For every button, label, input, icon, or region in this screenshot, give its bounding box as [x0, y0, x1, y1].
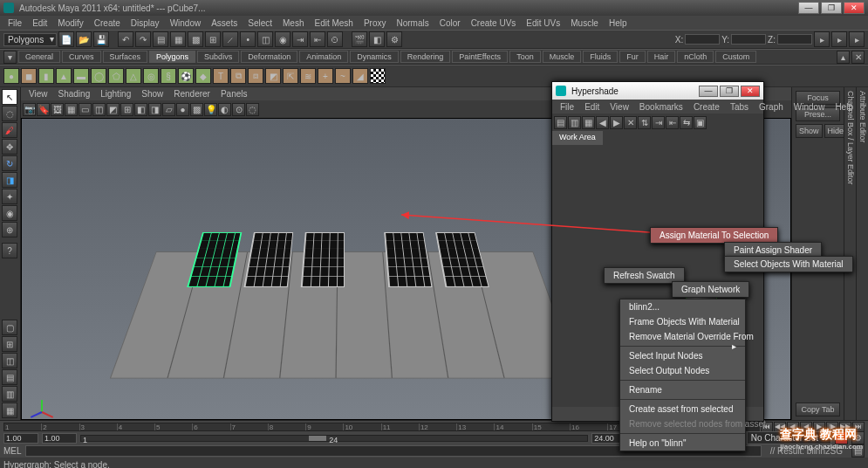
new-scene-icon[interactable]: 📄	[58, 31, 74, 47]
snap-plane-icon[interactable]: ◫	[257, 31, 273, 47]
rotate-tool-icon[interactable]: ↻	[2, 155, 17, 171]
hmenu-create[interactable]: Create	[689, 101, 724, 113]
ctx-select-input[interactable]: Select Input Nodes	[620, 348, 745, 363]
h-rearrange-icon[interactable]: ⇅	[638, 116, 651, 129]
h-container-icon[interactable]: ▣	[694, 116, 707, 129]
vp-field-chart-icon[interactable]: ⊞	[120, 103, 133, 116]
ctx-remove-override[interactable]: Remove Material Override From▸	[620, 329, 745, 344]
menu-help[interactable]: Help	[605, 17, 632, 29]
hypershade-pane-icon[interactable]: ▦	[2, 403, 17, 418]
snap-live-icon[interactable]: ◉	[275, 31, 290, 47]
extrude-icon[interactable]: ⇱	[283, 68, 298, 84]
poly-cone-icon[interactable]: ▲	[56, 68, 72, 84]
vp-menu-view[interactable]: View	[24, 89, 52, 99]
attribute-editor-tab[interactable]: Attribute Editor	[856, 87, 868, 420]
h-graph-io-icon[interactable]: ⇆	[680, 116, 693, 129]
show-button[interactable]: Show	[796, 124, 823, 138]
bevel-icon[interactable]: ◢	[352, 68, 368, 84]
menu-edituvs[interactable]: Edit UVs	[522, 17, 564, 29]
tab-toon[interactable]: Toon	[509, 51, 541, 63]
vp-menu-renderer[interactable]: Renderer	[169, 89, 215, 99]
hmenu-graph[interactable]: Graph	[755, 101, 788, 113]
vp-bookmark-icon[interactable]: 🔖	[37, 103, 50, 116]
tab-polygons[interactable]: Polygons	[149, 51, 195, 63]
h-show-both-icon[interactable]: ▦	[582, 116, 595, 129]
poly-sphere-icon[interactable]: ●	[3, 68, 19, 84]
tab-dynamics[interactable]: Dynamics	[350, 51, 399, 63]
tab-muscle[interactable]: Muscle	[543, 51, 582, 63]
vp-image-plane-icon[interactable]: 🖼	[51, 103, 64, 116]
combine-icon[interactable]: ⧉	[230, 68, 246, 84]
tab-painteffects[interactable]: PaintEffects	[452, 51, 508, 63]
poly-prism-icon[interactable]: ⬠	[108, 68, 124, 84]
universal-manip-icon[interactable]: ✦	[2, 189, 17, 204]
black-key-5[interactable]	[435, 232, 489, 287]
hmenu-file[interactable]: File	[556, 101, 578, 113]
menu-select[interactable]: Select	[243, 17, 277, 29]
ctx-blinn2[interactable]: blinn2...	[620, 299, 745, 314]
poly-cube-icon[interactable]: ◼	[21, 68, 37, 84]
move-tool-icon[interactable]: ✥	[2, 139, 17, 155]
hyper-minimize-button[interactable]: —	[699, 86, 718, 97]
vp-isolate-icon[interactable]: ⊙	[232, 103, 245, 116]
black-key-4[interactable]	[384, 232, 432, 287]
h-clear-graph-icon[interactable]: ✕	[624, 116, 637, 129]
menu-createuvs[interactable]: Create UVs	[467, 17, 521, 29]
hyper-maximize-button[interactable]: ❐	[720, 86, 739, 97]
h-show-bottom-icon[interactable]: ▥	[568, 116, 581, 129]
shelf-editor-icon[interactable]: ▾	[3, 51, 17, 64]
extract-icon[interactable]: ◩	[265, 68, 281, 84]
last-tool-icon[interactable]: ?	[2, 243, 17, 258]
append-icon[interactable]: +	[318, 68, 333, 84]
undo-icon[interactable]: ↶	[118, 31, 133, 47]
poly-torus-icon[interactable]: ◯	[91, 68, 106, 84]
collapse-shelf-icon[interactable]: ▴	[837, 51, 850, 64]
open-scene-icon[interactable]: 📂	[76, 31, 92, 47]
two-pane-icon[interactable]: ◫	[2, 353, 17, 368]
h-next-icon[interactable]: ▶	[610, 116, 623, 129]
minimize-button[interactable]: —	[798, 2, 819, 14]
soft-mod-tool-icon[interactable]: ◉	[2, 205, 17, 221]
select-by-hierarchy-icon[interactable]: ▤	[153, 31, 168, 47]
hyper-tab-workarea[interactable]: Work Area	[552, 131, 603, 145]
hmenu-tabs[interactable]: Tabs	[726, 101, 753, 113]
radial-select-with-material[interactable]: Select Objects With Material	[725, 257, 852, 272]
tool-settings-toggle-icon[interactable]: ▸	[849, 31, 865, 47]
tab-animation[interactable]: Animation	[299, 51, 348, 63]
output-connections-icon[interactable]: ⇤	[310, 31, 325, 47]
poly-cylinder-icon[interactable]: ▮	[38, 68, 54, 84]
menu-window[interactable]: Window	[166, 17, 206, 29]
vp-wireframe-icon[interactable]: ▱	[162, 103, 175, 116]
ipr-render-icon[interactable]: ◧	[369, 31, 385, 47]
persp-graph-pane-icon[interactable]: ▥	[2, 386, 17, 402]
black-key-2[interactable]	[243, 232, 293, 287]
radial-graph-network[interactable]: Graph Network	[673, 282, 748, 297]
hmenu-edit[interactable]: Edit	[580, 101, 604, 113]
vp-safe-title-icon[interactable]: ◨	[148, 103, 161, 116]
tab-hair[interactable]: Hair	[647, 51, 676, 63]
vp-select-cam-icon[interactable]: 📷	[23, 103, 36, 116]
tab-deformation[interactable]: Deformation	[241, 51, 297, 63]
radial-assign-material[interactable]: Assign Material To Selection	[651, 228, 777, 243]
menu-normals[interactable]: Normals	[393, 17, 434, 29]
menu-create[interactable]: Create	[90, 17, 125, 29]
menu-display[interactable]: Display	[126, 17, 164, 29]
scale-tool-icon[interactable]: ◨	[2, 172, 17, 188]
vp-safe-action-icon[interactable]: ◧	[134, 103, 147, 116]
snap-curve-icon[interactable]: ⟋	[222, 31, 238, 47]
maximize-button[interactable]: ❐	[821, 2, 842, 14]
menu-assets[interactable]: Assets	[207, 17, 242, 29]
vp-menu-lighting[interactable]: Lighting	[96, 89, 135, 99]
menu-muscle[interactable]: Muscle	[566, 17, 603, 29]
poly-pyramid-icon[interactable]: △	[126, 68, 141, 84]
vp-shadows-icon[interactable]: ◐	[218, 103, 231, 116]
module-selector[interactable]: Polygons	[3, 33, 57, 46]
poly-soccer-icon[interactable]: ⚽	[178, 68, 194, 84]
vp-xray-icon[interactable]: ◌	[246, 103, 259, 116]
poly-platonic-icon[interactable]: ◆	[195, 68, 211, 84]
vp-film-gate-icon[interactable]: ▭	[79, 103, 92, 116]
ctx-select-output[interactable]: Select Output Nodes	[620, 363, 745, 378]
paint-select-tool-icon[interactable]: 🖌	[2, 122, 17, 138]
hmenu-view[interactable]: View	[605, 101, 633, 113]
render-settings-icon[interactable]: ⚙	[386, 31, 402, 47]
